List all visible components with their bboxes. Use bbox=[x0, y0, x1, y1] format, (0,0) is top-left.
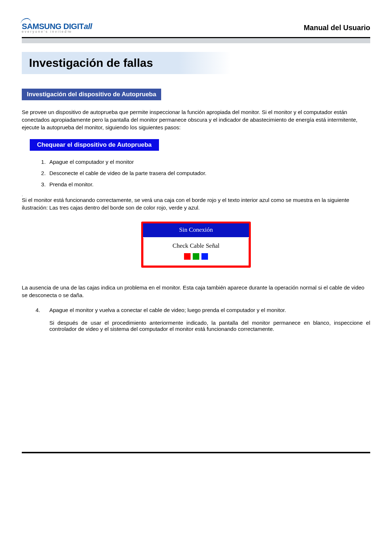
section-heading-autoprueba: Investigación del dispositivo de Autopru… bbox=[22, 89, 161, 100]
step-3: Prenda el monitor. bbox=[47, 181, 370, 187]
logo-brand-italic: all bbox=[84, 22, 92, 31]
step-2: Desconecte el cable de video de la parte… bbox=[47, 170, 370, 176]
steps-list-continued: Apague el monitor y vuelva a conectar el… bbox=[47, 307, 370, 332]
logo-swoosh-icon bbox=[20, 17, 32, 24]
blue-box-icon bbox=[201, 253, 208, 260]
manual-title: Manual del Usuario bbox=[304, 24, 370, 33]
brand-logo-text: SAMSUNG DIGITall bbox=[22, 22, 92, 31]
no-connection-illustration: Sin Conexión Check Cable Señal bbox=[141, 222, 251, 268]
steps-list: Apague el computador y el monitor Descon… bbox=[47, 159, 370, 187]
brand-logo: SAMSUNG DIGITall everyone's invitedTM bbox=[22, 22, 92, 33]
step-1: Apague el computador y el monitor bbox=[47, 159, 370, 165]
step-4-subparagraph: Si después de usar el procedimiento ante… bbox=[49, 320, 370, 332]
page-header: SAMSUNG DIGITall everyone's invitedTM Ma… bbox=[22, 22, 370, 33]
illustration-title: Sin Conexión bbox=[143, 223, 249, 238]
green-box-icon bbox=[193, 253, 199, 260]
header-divider-bar bbox=[22, 37, 370, 43]
illustration-subtitle: Check Cable Señal bbox=[143, 238, 249, 253]
page-title: Investigación de fallas bbox=[29, 56, 363, 70]
paragraph-after-steps: Si el monitor está funcionando correctam… bbox=[22, 196, 370, 211]
intro-paragraph: Se provee un dispositivo de autoprueba q… bbox=[22, 108, 370, 131]
step-4-text: Apague el monitor y vuelva a conectar el… bbox=[49, 307, 286, 313]
rgb-boxes bbox=[143, 253, 249, 260]
page: SAMSUNG DIGITall everyone's invitedTM Ma… bbox=[0, 0, 392, 555]
red-box-icon bbox=[184, 253, 191, 260]
paragraph-after-illustration: La ausencia de una de las cajas indica u… bbox=[22, 284, 370, 299]
page-title-block: Investigación de fallas bbox=[22, 52, 370, 74]
footer-divider-bar bbox=[22, 452, 370, 453]
step-4: Apague el monitor y vuelva a conectar el… bbox=[47, 307, 370, 332]
section-heading-chequear: Chequear el dispositivo de Autoprueba bbox=[30, 139, 159, 151]
